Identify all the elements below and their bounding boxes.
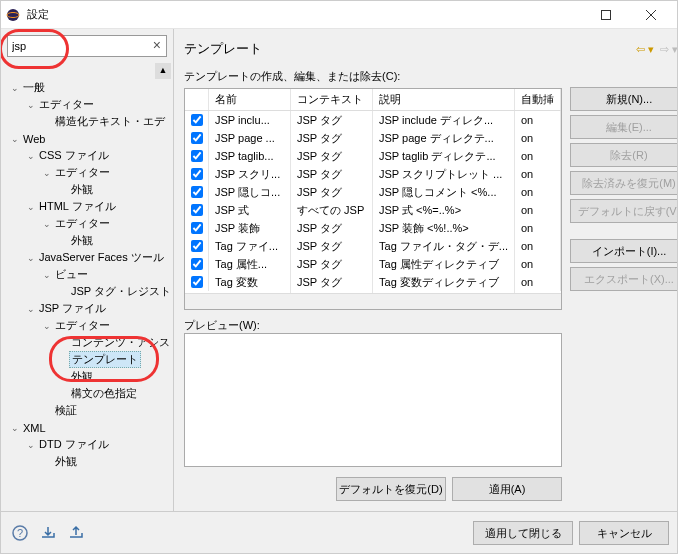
apply-close-button[interactable]: 適用して閉じる [473, 521, 573, 545]
tree-item[interactable]: ⌄JavaServer Faces ツール [1, 249, 173, 266]
table-row[interactable]: Tag 属性...JSP タグTag 属性ディレクティブon [185, 255, 561, 273]
tree-item-label: エディター [37, 97, 96, 112]
row-checkbox[interactable] [191, 150, 203, 162]
remove-button[interactable]: 除去(R) [570, 143, 677, 167]
table-row[interactable]: JSP inclu...JSP タグJSP include ディレク...on [185, 111, 561, 129]
tree-item-label: 外観 [69, 369, 95, 384]
cell-auto: on [515, 111, 561, 129]
new-button[interactable]: 新規(N)... [570, 87, 677, 111]
template-table[interactable]: 名前 コンテキスト 説明 自動挿 JSP inclu...JSP タグJSP i… [184, 88, 562, 310]
tree-item[interactable]: ⌄エディター [1, 215, 173, 232]
import-prefs-icon[interactable] [37, 522, 59, 544]
row-checkbox[interactable] [191, 204, 203, 216]
tree-item[interactable]: ⌄HTML ファイル [1, 198, 173, 215]
table-row[interactable]: JSP スクリ...JSP タグJSP スクリプトレット ...on [185, 165, 561, 183]
cell-auto: on [515, 129, 561, 147]
cell-auto: on [515, 201, 561, 219]
tree-item[interactable]: ⌄Web [1, 130, 173, 147]
tree-item[interactable]: ⌄CSS ファイル [1, 147, 173, 164]
row-checkbox[interactable] [191, 168, 203, 180]
left-panel: × ▲ ⌄一般⌄エディター構造化テキスト・エデ⌄Web⌄CSS ファイル⌄エディ… [1, 29, 174, 511]
forward-icon[interactable]: ⇨ ▾ [660, 43, 677, 56]
chevron-down-icon: ⌄ [25, 151, 37, 161]
table-row[interactable]: Tag 変数JSP タグTag 変数ディレクティブon [185, 273, 561, 291]
tree-item[interactable]: ⌄エディター [1, 317, 173, 334]
footer: ? 適用して閉じる キャンセル [1, 511, 677, 553]
chevron-down-icon: ⌄ [25, 100, 37, 110]
edit-button[interactable]: 編集(E)... [570, 115, 677, 139]
cancel-button[interactable]: キャンセル [579, 521, 669, 545]
chevron-down-icon: ⌄ [25, 440, 37, 450]
table-row[interactable]: Tag ファイ...JSP タグTag ファイル・タグ・デ...on [185, 237, 561, 255]
row-checkbox[interactable] [191, 132, 203, 144]
restore-removed-button[interactable]: 除去済みを復元(M) [570, 171, 677, 195]
tree-item[interactable]: 構造化テキスト・エデ [1, 113, 173, 130]
row-checkbox[interactable] [191, 276, 203, 288]
tree-item[interactable]: ⌄エディター [1, 164, 173, 181]
filter-input[interactable] [7, 35, 167, 57]
eclipse-icon [5, 7, 21, 23]
tree-item[interactable]: ⌄DTD ファイル [1, 436, 173, 453]
row-checkbox[interactable] [191, 240, 203, 252]
table-row[interactable]: JSP 式すべての JSPJSP 式 <%=..%>on [185, 201, 561, 219]
help-icon[interactable]: ? [9, 522, 31, 544]
col-context[interactable]: コンテキスト [291, 89, 373, 110]
tree-item[interactable]: テンプレート [1, 351, 173, 368]
row-checkbox[interactable] [191, 258, 203, 270]
tree-item[interactable]: 構文の色指定 [1, 385, 173, 402]
col-name[interactable]: 名前 [209, 89, 291, 110]
import-button[interactable]: インポート(I)... [570, 239, 677, 263]
tree-item[interactable]: ⌄ビュー [1, 266, 173, 283]
tree-item-label: 検証 [53, 403, 79, 418]
row-checkbox[interactable] [191, 114, 203, 126]
cell-auto: on [515, 219, 561, 237]
chevron-down-icon: ⌄ [41, 168, 53, 178]
tree-item-label: JSP ファイル [37, 301, 108, 316]
preference-tree[interactable]: ▲ ⌄一般⌄エディター構造化テキスト・エデ⌄Web⌄CSS ファイル⌄エディター… [1, 61, 173, 511]
tree-item[interactable]: 外観 [1, 232, 173, 249]
restore-defaults-button[interactable]: デフォルトを復元(D) [336, 477, 446, 501]
tree-item[interactable]: コンテンツ・アシス [1, 334, 173, 351]
tree-item[interactable]: ⌄エディター [1, 96, 173, 113]
revert-button[interactable]: デフォルトに戻す(V) [570, 199, 677, 223]
window-title: 設定 [27, 7, 49, 22]
row-checkbox[interactable] [191, 186, 203, 198]
maximize-button[interactable] [583, 1, 628, 29]
row-checkbox[interactable] [191, 222, 203, 234]
chevron-down-icon: ⌄ [25, 253, 37, 263]
tree-item[interactable]: 外観 [1, 368, 173, 385]
close-button[interactable] [628, 1, 673, 29]
export-prefs-icon[interactable] [65, 522, 87, 544]
tree-item[interactable]: ⌄JSP ファイル [1, 300, 173, 317]
col-auto[interactable]: 自動挿 [515, 89, 561, 110]
chevron-down-icon: ⌄ [9, 423, 21, 433]
export-button[interactable]: エクスポート(X)... [570, 267, 677, 291]
table-row[interactable]: JSP taglib...JSP タグJSP taglib ディレクテ...on [185, 147, 561, 165]
cell-name: JSP taglib... [209, 147, 291, 165]
svg-text:?: ? [17, 527, 23, 539]
preview-label: プレビュー(W): [184, 318, 562, 333]
cell-context: JSP タグ [291, 272, 373, 293]
tree-item-label: 外観 [69, 182, 95, 197]
back-icon[interactable]: ⇦ ▾ [636, 43, 654, 56]
tree-item-label: Web [21, 133, 47, 145]
tree-item[interactable]: ⌄XML [1, 419, 173, 436]
table-row[interactable]: JSP 装飾JSP タグJSP 装飾 <%!..%>on [185, 219, 561, 237]
cell-name: JSP inclu... [209, 111, 291, 129]
scroll-up-icon[interactable]: ▲ [155, 63, 171, 79]
col-desc[interactable]: 説明 [373, 89, 515, 110]
horizontal-scrollbar[interactable] [185, 293, 561, 309]
page-title: テンプレート [184, 40, 636, 58]
tree-item-label: エディター [53, 318, 112, 333]
chevron-down-icon: ⌄ [41, 270, 53, 280]
tree-item[interactable]: JSP タグ・レジスト [1, 283, 173, 300]
tree-item[interactable]: 検証 [1, 402, 173, 419]
clear-filter-icon[interactable]: × [153, 37, 161, 53]
table-row[interactable]: JSP page ...JSP タグJSP page ディレクテ...on [185, 129, 561, 147]
apply-button[interactable]: 適用(A) [452, 477, 562, 501]
tree-item[interactable]: ⌄一般 [1, 79, 173, 96]
chevron-down-icon: ⌄ [25, 202, 37, 212]
tree-item[interactable]: 外観 [1, 453, 173, 470]
table-row[interactable]: JSP 隠しコ...JSP タグJSP 隠しコメント <%...on [185, 183, 561, 201]
tree-item[interactable]: 外観 [1, 181, 173, 198]
